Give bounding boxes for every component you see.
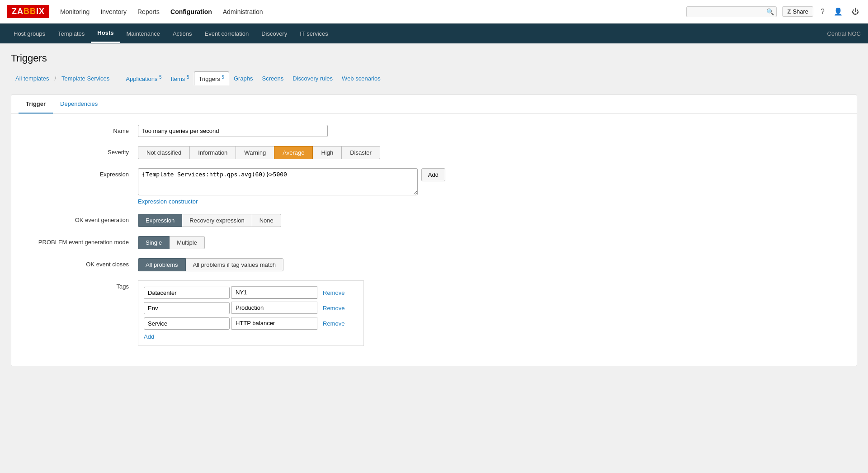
breadcrumb-all-templates[interactable]: All templates	[11, 72, 53, 85]
severity-disaster[interactable]: Disaster	[341, 146, 380, 159]
sub-navbar: Host groups Templates Hosts Maintenance …	[0, 24, 868, 43]
tab-applications[interactable]: Applications 5	[121, 72, 166, 85]
ok-closes-all[interactable]: All problems	[138, 258, 186, 271]
user-button[interactable]: 👤	[832, 5, 844, 18]
severity-high[interactable]: High	[312, 146, 342, 159]
search-input[interactable]	[690, 8, 766, 15]
problem-event-single[interactable]: Single	[138, 236, 170, 249]
breadcrumb-separator: /	[53, 75, 57, 82]
ok-event-control: Expression Recovery expression None	[138, 214, 445, 227]
nav-administration[interactable]: Administration	[223, 6, 263, 17]
subnav-itservices[interactable]: IT services	[293, 25, 335, 43]
ok-event-label: OK event generation	[29, 214, 138, 223]
name-input[interactable]	[138, 125, 328, 137]
name-control	[138, 125, 445, 137]
tag-row-1: Remove	[144, 302, 358, 314]
search-icon: 🔍	[766, 8, 774, 15]
expression-textarea[interactable]: {Template Services:http.qps.avg(60)}>500…	[138, 168, 418, 195]
top-navbar: ZABBIX Monitoring Inventory Reports Conf…	[0, 0, 868, 24]
subnav-actions[interactable]: Actions	[166, 25, 198, 43]
problem-event-group: Single Multiple	[138, 236, 445, 249]
tab-items[interactable]: Items 5	[166, 72, 194, 85]
expression-label: Expression	[29, 168, 138, 178]
breadcrumb-nav: All templates / Template Services Applic…	[11, 71, 857, 85]
subnav-eventcorrelation[interactable]: Event correlation	[198, 25, 255, 43]
subnav-discovery[interactable]: Discovery	[255, 25, 293, 43]
name-label: Name	[29, 125, 138, 134]
severity-not-classified[interactable]: Not classified	[138, 146, 190, 159]
subnav-templates[interactable]: Templates	[52, 25, 91, 43]
form-body: Name Severity Not classified Information…	[11, 114, 857, 366]
nav-reports[interactable]: Reports	[137, 6, 160, 17]
tab-screens[interactable]: Screens	[258, 72, 288, 85]
ok-event-closes-group: All problems All problems if tag values …	[138, 258, 445, 271]
ok-closes-tag-match[interactable]: All problems if tag values match	[185, 258, 284, 271]
tag-remove-1[interactable]: Remove	[323, 305, 344, 312]
help-button[interactable]: ?	[819, 6, 826, 18]
tag-name-2[interactable]	[144, 317, 230, 330]
tag-remove-2[interactable]: Remove	[323, 320, 344, 327]
top-nav-right: 🔍 Z Share ? 👤 ⏻	[686, 5, 861, 18]
ok-event-none[interactable]: None	[252, 214, 281, 227]
add-tag-wrap: Add	[144, 333, 358, 340]
top-nav: Monitoring Inventory Reports Configurati…	[60, 6, 686, 17]
problem-event-label: PROBLEM event generation mode	[29, 236, 138, 246]
problem-event-row: PROBLEM event generation mode Single Mul…	[29, 236, 839, 249]
subnav-maintenance[interactable]: Maintenance	[120, 25, 166, 43]
severity-control: Not classified Information Warning Avera…	[138, 146, 445, 159]
tab-graphs[interactable]: Graphs	[229, 72, 258, 85]
severity-average[interactable]: Average	[274, 146, 313, 159]
ok-event-recovery[interactable]: Recovery expression	[182, 214, 252, 227]
tag-row-2: Remove	[144, 317, 358, 330]
tag-value-1[interactable]	[231, 302, 317, 314]
tag-remove-0[interactable]: Remove	[323, 289, 344, 296]
ok-event-group: Expression Recovery expression None	[138, 214, 445, 227]
expression-control: {Template Services:http.qps.avg(60)}>500…	[138, 168, 445, 205]
tag-value-2[interactable]	[231, 317, 317, 330]
severity-group: Not classified Information Warning Avera…	[138, 146, 445, 159]
tab-web-scenarios[interactable]: Web scenarios	[337, 72, 385, 85]
tag-name-1[interactable]	[144, 302, 230, 314]
tab-triggers[interactable]: Triggers 5	[194, 71, 229, 85]
ok-event-closes-row: OK event closes All problems All problem…	[29, 258, 839, 271]
ok-event-closes-control: All problems All problems if tag values …	[138, 258, 445, 271]
tags-container: Remove Remove Remove	[138, 280, 364, 346]
share-z-icon: Z	[787, 8, 791, 15]
power-button[interactable]: ⏻	[850, 6, 861, 18]
form-card: Trigger Dependencies Name Severity Not c…	[11, 95, 857, 366]
add-tag-link[interactable]: Add	[144, 333, 154, 340]
severity-warning[interactable]: Warning	[236, 146, 274, 159]
tab-discovery-rules[interactable]: Discovery rules	[288, 72, 337, 85]
ok-event-row: OK event generation Expression Recovery …	[29, 214, 839, 227]
search-box[interactable]: 🔍	[686, 6, 777, 17]
logo[interactable]: ZABBIX	[7, 5, 49, 18]
nav-configuration[interactable]: Configuration	[170, 6, 212, 17]
nav-inventory[interactable]: Inventory	[100, 6, 127, 17]
tags-label: Tags	[29, 280, 138, 290]
expression-add-button[interactable]: Add	[421, 168, 445, 181]
name-row: Name	[29, 125, 839, 137]
nav-monitoring[interactable]: Monitoring	[60, 6, 90, 17]
tag-row-0: Remove	[144, 286, 358, 299]
expression-row: Expression {Template Services:http.qps.a…	[29, 168, 839, 205]
subnav-hostgroups[interactable]: Host groups	[7, 25, 52, 43]
share-button[interactable]: Z Share	[782, 6, 813, 17]
ok-event-expression[interactable]: Expression	[138, 214, 182, 227]
expression-constructor-link[interactable]: Expression constructor	[138, 198, 198, 205]
subnav-hosts[interactable]: Hosts	[91, 24, 120, 43]
tags-row: Tags Remove Remove	[29, 280, 839, 346]
severity-information[interactable]: Information	[189, 146, 236, 159]
tag-value-0[interactable]	[231, 286, 317, 299]
problem-event-multiple[interactable]: Multiple	[169, 236, 205, 249]
page-title: Triggers	[11, 52, 857, 64]
inner-tab-dependencies[interactable]: Dependencies	[53, 95, 105, 114]
problem-event-control: Single Multiple	[138, 236, 445, 249]
tags-control: Remove Remove Remove	[138, 280, 445, 346]
severity-row: Severity Not classified Information Warn…	[29, 146, 839, 159]
expression-wrap: {Template Services:http.qps.avg(60)}>500…	[138, 168, 445, 195]
share-label: Share	[793, 8, 808, 15]
inner-tab-trigger[interactable]: Trigger	[19, 95, 53, 114]
breadcrumb-template-services[interactable]: Template Services	[57, 72, 114, 85]
tag-name-0[interactable]	[144, 287, 230, 299]
page-content: Triggers All templates / Template Servic…	[0, 43, 868, 473]
